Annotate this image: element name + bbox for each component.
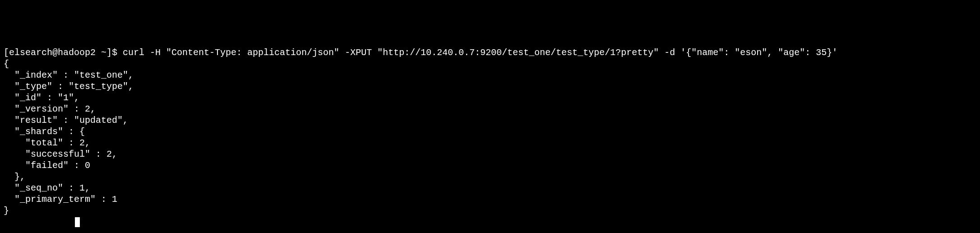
json-output-line: "_shards" : { xyxy=(4,126,976,137)
json-output-line: "successful" : 2, xyxy=(4,149,976,160)
json-output-line: "_index" : "test_one", xyxy=(4,70,976,81)
json-output-line: }, xyxy=(4,171,976,182)
json-output-line: "_primary_term" : 1 xyxy=(4,194,976,205)
json-output-line: "_type" : "test_type", xyxy=(4,81,976,92)
json-output-line: "_seq_no" : 1, xyxy=(4,182,976,194)
json-output-line: { xyxy=(4,58,976,70)
curl-command: curl -H "Content-Type: application/json"… xyxy=(123,47,837,58)
json-output-line: "_version" : 2, xyxy=(4,103,976,115)
shell-prompt: [elsearch@hadoop2 ~]$ xyxy=(4,47,123,58)
json-output-line: } xyxy=(4,205,976,216)
command-line: [elsearch@hadoop2 ~]$ curl -H "Content-T… xyxy=(4,47,976,58)
cursor-line xyxy=(4,216,976,228)
terminal-output[interactable]: [elsearch@hadoop2 ~]$ curl -H "Content-T… xyxy=(4,47,976,228)
json-output-line: "result" : "updated", xyxy=(4,115,976,126)
json-output-line: "failed" : 0 xyxy=(4,160,976,171)
terminal-cursor xyxy=(75,217,80,227)
json-output-line: "_id" : "1", xyxy=(4,92,976,103)
json-output-line: "total" : 2, xyxy=(4,137,976,149)
